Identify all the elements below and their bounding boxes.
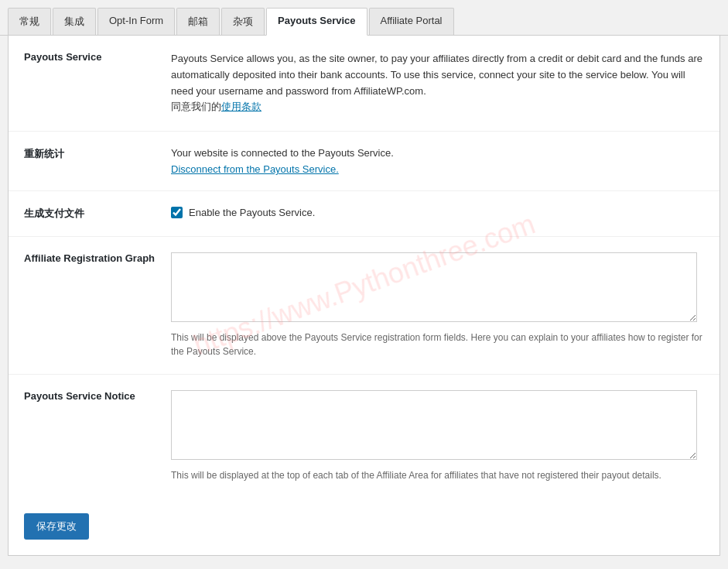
tab-zaxiang[interactable]: 杂项 [221,8,265,35]
tab-youxiang[interactable]: 邮箱 [176,8,220,35]
row-generate-payment: 生成支付文件 Enable the Payouts Service. [9,191,719,237]
reconnect-label: 重新统计 [24,148,64,159]
row-reconnect: 重新统计 Your website is connected to the Pa… [9,132,719,191]
enable-payouts-checkbox-row: Enable the Payouts Service. [171,207,704,218]
payouts-notice-textarea[interactable] [171,390,697,460]
page-wrapper: 常规 集成 Opt-In Form 邮箱 杂项 Payouts Service … [0,0,728,569]
enable-payouts-checkbox-label: Enable the Payouts Service. [189,207,315,218]
tab-jicheng[interactable]: 集成 [53,8,96,35]
row-payouts-notice: Payouts Service Notice This will be disp… [9,375,719,499]
row-affiliate-graph: Affiliate Registration Graph This will b… [9,237,719,375]
content-area: Payouts Service Payouts Service allows y… [8,36,720,556]
payouts-service-desc: Payouts Service allows you, as the site … [171,51,704,115]
terms-link[interactable]: 使用条款 [221,101,261,112]
enable-payouts-checkbox[interactable] [171,207,183,218]
payouts-notice-label: Payouts Service Notice [24,390,135,402]
connected-status-text: Your website is connected to the Payouts… [171,147,704,159]
generate-payment-label: 生成支付文件 [24,207,84,219]
settings-table: Payouts Service Payouts Service allows y… [9,36,719,498]
tab-changgui[interactable]: 常规 [8,8,51,35]
payouts-notice-help: This will be displayed at the top of eac… [171,468,704,482]
tab-optin[interactable]: Opt-In Form [97,8,175,35]
affiliate-graph-label: Affiliate Registration Graph [24,252,155,264]
payouts-service-label: Payouts Service [24,51,101,63]
save-button[interactable]: 保存更改 [24,513,89,540]
tab-affiliate-portal[interactable]: Affiliate Portal [369,8,454,35]
row-payouts-service: Payouts Service Payouts Service allows y… [9,36,719,132]
tab-payouts-service[interactable]: Payouts Service [266,8,367,36]
disconnect-link[interactable]: Disconnect from the Payouts Service. [171,163,339,175]
save-section: 保存更改 [9,498,719,555]
tabs-bar: 常规 集成 Opt-In Form 邮箱 杂项 Payouts Service … [0,0,728,36]
affiliate-graph-help: This will be displayed above the Payouts… [171,331,704,358]
affiliate-graph-textarea[interactable] [171,252,697,322]
